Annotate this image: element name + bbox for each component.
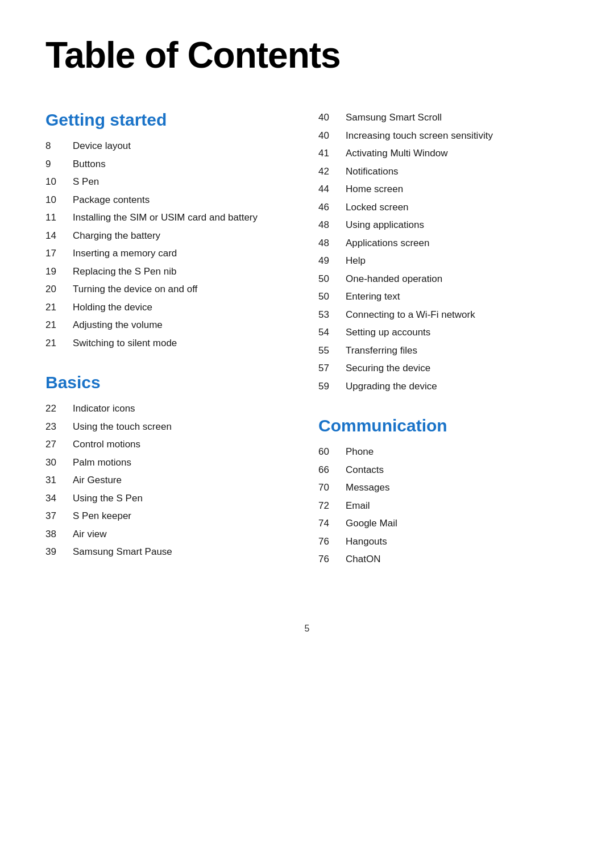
list-item: 44Home screen [318, 182, 569, 197]
entry-label: One-handed operation [346, 272, 442, 286]
page-num: 49 [318, 254, 346, 268]
entry-label: Setting up accounts [346, 325, 430, 340]
page-num: 41 [318, 146, 346, 161]
page-num: 48 [318, 218, 346, 232]
list-item: 42Notifications [318, 164, 569, 179]
list-item: 48Applications screen [318, 236, 569, 251]
list-item: 37S Pen keeper [45, 509, 296, 524]
page-num: 76 [318, 534, 346, 549]
page-num: 59 [318, 379, 346, 394]
entry-label: Samsung Smart Pause [73, 545, 172, 559]
list-item: 8Device layout [45, 139, 296, 153]
section-continued: 40Samsung Smart Scroll 40Increasing touc… [318, 110, 569, 393]
list-item: 38Air view [45, 527, 296, 542]
list-item: 74Google Mail [318, 516, 569, 531]
section-title-communication: Communication [318, 416, 569, 435]
entry-label: Activating Multi Window [346, 146, 448, 161]
entry-label: Installing the SIM or USIM card and batt… [73, 210, 258, 225]
page-num: 21 [45, 336, 73, 351]
page-title: Table of Contents [45, 34, 569, 76]
entry-label: Applications screen [346, 236, 429, 251]
page-num: 11 [45, 210, 73, 225]
page-number: 5 [45, 624, 569, 634]
entry-label: Control motions [73, 437, 140, 452]
entry-label: Using the touch screen [73, 420, 172, 434]
list-item: 17Inserting a memory card [45, 246, 296, 261]
entry-label: Replacing the S Pen nib [73, 264, 176, 279]
entry-label: Buttons [73, 157, 106, 172]
page-num: 42 [318, 164, 346, 179]
page-num: 21 [45, 300, 73, 315]
entry-label: Charging the battery [73, 229, 160, 243]
page-num: 48 [318, 236, 346, 251]
list-item: 59Upgrading the device [318, 379, 569, 394]
page-num: 14 [45, 229, 73, 243]
list-item: 50One-handed operation [318, 272, 569, 286]
list-item: 46Locked screen [318, 200, 569, 215]
entry-label: Air Gesture [73, 473, 122, 488]
page-num: 46 [318, 200, 346, 215]
list-item: 53Connecting to a Wi-Fi network [318, 308, 569, 322]
list-item: 70Messages [318, 480, 569, 495]
page-num: 57 [318, 361, 346, 376]
page-num: 10 [45, 175, 73, 189]
entry-label: Turning the device on and off [73, 282, 197, 297]
page-num: 17 [45, 246, 73, 261]
entry-label: Switching to silent mode [73, 336, 177, 351]
entry-label: Increasing touch screen sensitivity [346, 128, 493, 143]
list-item: 11Installing the SIM or USIM card and ba… [45, 210, 296, 225]
entry-label: Package contents [73, 193, 150, 207]
list-item: 30Palm motions [45, 455, 296, 470]
entry-label: Indicator icons [73, 401, 135, 416]
list-item: 72Email [318, 499, 569, 513]
list-item: 40Increasing touch screen sensitivity [318, 128, 569, 143]
section-communication: Communication 60Phone 66Contacts 70Messa… [318, 416, 569, 567]
page-num: 27 [45, 437, 73, 452]
list-item: 60Phone [318, 445, 569, 459]
page-num: 53 [318, 308, 346, 322]
section-title-getting-started: Getting started [45, 110, 296, 130]
page-num: 30 [45, 455, 73, 470]
entry-label: S Pen [73, 175, 99, 189]
page-num: 76 [318, 552, 346, 567]
list-item: 57Securing the device [318, 361, 569, 376]
page-num: 55 [318, 343, 346, 358]
col-left: Getting started 8Device layout 9Buttons … [45, 110, 296, 582]
entry-label: Phone [346, 445, 374, 459]
page-num: 72 [318, 499, 346, 513]
list-item: 9Buttons [45, 157, 296, 172]
page-num: 44 [318, 182, 346, 197]
entry-label: Help [346, 254, 366, 268]
list-item: 21Adjusting the volume [45, 318, 296, 333]
entry-label: Connecting to a Wi-Fi network [346, 308, 475, 322]
list-item: 31Air Gesture [45, 473, 296, 488]
list-item: 76Hangouts [318, 534, 569, 549]
page-num: 9 [45, 157, 73, 172]
entry-label: Locked screen [346, 200, 409, 215]
list-item: 10S Pen [45, 175, 296, 189]
entry-label: Hangouts [346, 534, 387, 549]
page-num: 40 [318, 110, 346, 125]
list-item: 23Using the touch screen [45, 420, 296, 434]
page-num: 21 [45, 318, 73, 333]
page-num: 40 [318, 128, 346, 143]
entry-label: Notifications [346, 164, 399, 179]
list-item: 41Activating Multi Window [318, 146, 569, 161]
entry-label: Palm motions [73, 455, 131, 470]
toc-layout: Getting started 8Device layout 9Buttons … [45, 110, 569, 589]
section-getting-started: Getting started 8Device layout 9Buttons … [45, 110, 296, 350]
page-num: 38 [45, 527, 73, 542]
entry-label: Device layout [73, 139, 131, 153]
page-num: 8 [45, 139, 73, 153]
list-item: 10Package contents [45, 193, 296, 207]
list-item: 21Switching to silent mode [45, 336, 296, 351]
list-item: 54Setting up accounts [318, 325, 569, 340]
page-num: 34 [45, 491, 73, 506]
list-item: 39Samsung Smart Pause [45, 545, 296, 559]
page-num: 23 [45, 420, 73, 434]
page-num: 39 [45, 545, 73, 559]
page-num: 50 [318, 289, 346, 304]
entry-label: S Pen keeper [73, 509, 131, 524]
entry-label: Holding the device [73, 300, 152, 315]
page-num: 50 [318, 272, 346, 286]
